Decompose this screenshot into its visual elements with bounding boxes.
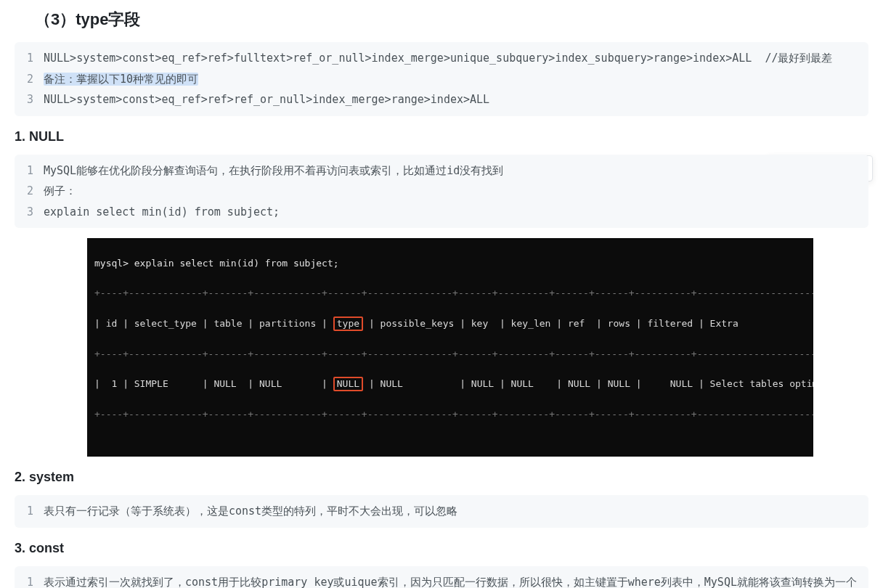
code-text: NULL>system>const>eq_ref>ref>ref_or_null… — [44, 89, 868, 110]
line-number: 2 — [15, 181, 44, 202]
terminal-output-null: mysql> explain select min(id) from subje… — [87, 238, 813, 457]
code-block-const: 1 表示通过索引一次就找到了，const用于比较primary key或uiqu… — [15, 566, 868, 588]
line-number: 1 — [15, 160, 44, 181]
code-text: 表只有一行记录（等于系统表），这是const类型的特列，平时不大会出现，可以忽略 — [44, 501, 868, 522]
line-number: 3 — [15, 202, 44, 223]
subsection-title-null: 1. NULL — [15, 129, 868, 144]
section-title: （3）type字段 — [35, 9, 868, 30]
code-block-type-summary: 1 NULL>system>const>eq_ref>ref>fulltext>… — [15, 42, 868, 116]
highlighted-text: 备注：掌握以下10种常见的即可 — [44, 73, 198, 86]
terminal-data-row: | 1 | SIMPLE | NULL | NULL | NULL | NULL… — [94, 377, 806, 392]
terminal-separator: +----+-------------+-------+------------… — [94, 347, 806, 362]
subsection-title-system: 2. system — [15, 470, 868, 485]
code-text: NULL>system>const>eq_ref>ref>fulltext>re… — [44, 48, 868, 69]
code-text: explain select min(id) from subject; — [44, 202, 868, 223]
code-block-system: 1 表只有一行记录（等于系统表），这是const类型的特列，平时不大会出现，可以… — [15, 495, 868, 528]
code-text: 备注：掌握以下10种常见的即可 — [44, 69, 868, 90]
terminal-separator: +----+-------------+-------+------------… — [94, 286, 806, 301]
code-text: MySQL能够在优化阶段分解查询语句，在执行阶段用不着再访问表或索引，比如通过i… — [44, 160, 868, 181]
terminal-separator: +----+-------------+-------+------------… — [94, 407, 806, 422]
code-text: 例子： — [44, 181, 868, 202]
type-column-highlight: type — [333, 317, 363, 331]
line-number: 3 — [15, 89, 44, 110]
line-number: 1 — [15, 572, 44, 588]
terminal-prompt: mysql> explain select min(id) from subje… — [94, 256, 806, 271]
subsection-title-const: 3. const — [15, 541, 868, 556]
line-number: 1 — [15, 501, 44, 522]
code-block-null: 1 MySQL能够在优化阶段分解查询语句，在执行阶段用不着再访问表或索引，比如通… — [15, 155, 868, 229]
terminal-header-row: | id | select_type | table | partitions … — [94, 317, 806, 332]
code-text: 表示通过索引一次就找到了，const用于比较primary key或uique索… — [44, 572, 868, 588]
type-value-highlight: NULL — [333, 377, 363, 391]
line-number: 1 — [15, 48, 44, 69]
line-number: 2 — [15, 69, 44, 90]
